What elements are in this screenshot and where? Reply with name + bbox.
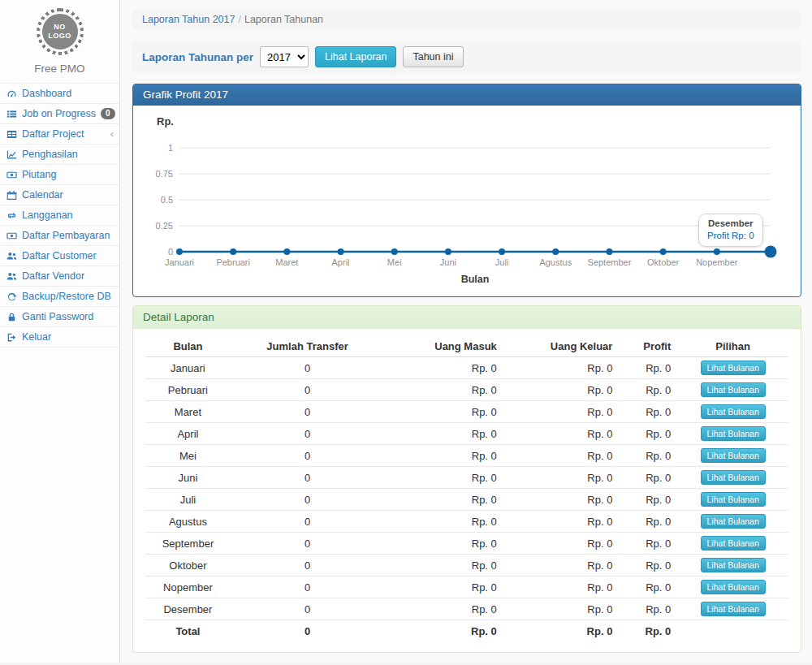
table-row: Maret0Rp. 0Rp. 0Rp. 0Lihat Bulanan: [145, 401, 788, 423]
chart-point[interactable]: [283, 248, 290, 255]
sidebar-item-dashboard[interactable]: Dashboard: [0, 84, 119, 104]
chart-point[interactable]: [606, 248, 612, 255]
chart-point[interactable]: [176, 248, 183, 255]
cell-jumlah-transfer: 0: [231, 620, 384, 641]
cell-jumlah-transfer: 0: [231, 598, 384, 620]
sign-out-icon: [6, 331, 17, 343]
cell-bulan: Juni: [145, 467, 231, 489]
lihat-bulanan-button[interactable]: Lihat Bulanan: [701, 382, 766, 397]
cell-bulan: Nopember: [145, 576, 231, 598]
cell-bulan: Mei: [145, 445, 231, 467]
cell-uang-masuk: Rp. 0: [384, 445, 503, 467]
lihat-bulanan-button[interactable]: Lihat Bulanan: [701, 361, 766, 375]
logo-text-line1: NO: [54, 23, 66, 32]
table-row: Mei0Rp. 0Rp. 0Rp. 0Lihat Bulanan: [145, 445, 788, 467]
table-row: Desember0Rp. 0Rp. 0Rp. 0Lihat Bulanan: [145, 598, 788, 620]
lihat-bulanan-button[interactable]: Lihat Bulanan: [701, 426, 766, 441]
sidebar-item-ganti-password[interactable]: Ganti Password: [0, 307, 119, 327]
sidebar-item-label: Piutang: [22, 168, 56, 181]
cell-bulan: Total: [145, 620, 231, 641]
cell-pilihan: Lihat Bulanan: [677, 511, 788, 533]
x-tick-label: Pebruari: [216, 257, 250, 267]
lihat-bulanan-button[interactable]: Lihat Bulanan: [701, 580, 766, 594]
sidebar-item-penghasilan[interactable]: Penghasilan: [0, 145, 119, 165]
cell-profit: Rp. 0: [619, 357, 677, 379]
cell-uang-masuk: Rp. 0: [384, 467, 503, 489]
sidebar-item-label: Keluar: [22, 330, 51, 343]
cell-jumlah-transfer: 0: [231, 423, 384, 445]
cell-bulan: September: [145, 533, 231, 555]
lihat-bulanan-button[interactable]: Lihat Bulanan: [701, 536, 766, 551]
cell-bulan: Desember: [145, 598, 231, 620]
year-select[interactable]: 2017: [260, 46, 309, 67]
sidebar-item-label: Penghasilan: [22, 148, 78, 161]
chart-point[interactable]: [445, 248, 451, 255]
sidebar-item-label: Backup/Restore DB: [22, 290, 111, 303]
sidebar-item-label: Calendar: [22, 188, 63, 201]
chart-point[interactable]: [714, 248, 720, 255]
lihat-bulanan-button[interactable]: Lihat Bulanan: [701, 404, 766, 419]
lihat-laporan-button[interactable]: Lihat Laporan: [315, 46, 396, 67]
cell-bulan: April: [145, 423, 231, 445]
cell-uang-keluar: Rp. 0: [503, 357, 620, 379]
chart-point[interactable]: [230, 248, 236, 255]
cell-pilihan: Lihat Bulanan: [677, 423, 788, 445]
cell-profit: Rp. 0: [619, 598, 677, 620]
cell-profit: Rp. 0: [619, 620, 677, 641]
sidebar-item-langganan[interactable]: Langganan: [0, 205, 119, 226]
sidebar-item-daftar-project[interactable]: Daftar Project‹: [0, 124, 119, 145]
cell-uang-keluar: Rp. 0: [503, 555, 620, 576]
cell-jumlah-transfer: 0: [231, 555, 384, 576]
y-tick-label: 0: [168, 247, 173, 257]
calendar-icon: [6, 189, 17, 201]
total-row: Total0Rp. 0Rp. 0Rp. 0: [145, 620, 788, 641]
cell-pilihan: Lihat Bulanan: [677, 489, 788, 511]
tahun-ini-button[interactable]: Tahun ini: [403, 46, 463, 67]
lihat-bulanan-button[interactable]: Lihat Bulanan: [701, 558, 766, 572]
chart-point[interactable]: [765, 246, 777, 258]
lihat-bulanan-button[interactable]: Lihat Bulanan: [701, 448, 766, 463]
cell-uang-masuk: Rp. 0: [384, 555, 503, 576]
x-tick-label: Juni: [440, 257, 456, 267]
chart-point[interactable]: [391, 248, 398, 255]
chart-point[interactable]: [338, 248, 344, 255]
sidebar-item-calendar[interactable]: Calendar: [0, 185, 119, 205]
cell-uang-masuk: Rp. 0: [384, 489, 503, 511]
table-row: Agustus0Rp. 0Rp. 0Rp. 0Lihat Bulanan: [145, 511, 788, 533]
cell-pilihan: Lihat Bulanan: [677, 401, 788, 423]
sidebar-item-daftar-vendor[interactable]: Daftar Vendor: [0, 266, 119, 287]
chart-point[interactable]: [660, 248, 667, 255]
chart-point[interactable]: [499, 248, 505, 255]
lihat-bulanan-button[interactable]: Lihat Bulanan: [701, 514, 766, 529]
column-header-uang-masuk: Uang Masuk: [384, 336, 503, 357]
column-header-uang-keluar: Uang Keluar: [503, 336, 620, 357]
sidebar-menu: DashboardJob on Progress0Daftar Project‹…: [0, 83, 119, 348]
detail-panel-body: BulanJumlah TransferUang MasukUang Kelua…: [133, 329, 801, 652]
sidebar-item-daftar-pembayaran[interactable]: Daftar Pembayaran: [0, 226, 119, 246]
x-tick-label: Agustus: [539, 257, 572, 267]
cell-jumlah-transfer: 0: [231, 511, 384, 533]
sidebar-item-job-on-progress[interactable]: Job on Progress0: [0, 104, 119, 124]
column-header-pilihan: Pilihan: [677, 336, 788, 357]
lihat-bulanan-button[interactable]: Lihat Bulanan: [701, 492, 766, 507]
table-row: September0Rp. 0Rp. 0Rp. 0Lihat Bulanan: [145, 533, 788, 555]
sidebar-item-backup-restore-db[interactable]: Backup/Restore DB: [0, 287, 119, 307]
cell-jumlah-transfer: 0: [231, 445, 384, 467]
sidebar-item-keluar[interactable]: Keluar: [0, 327, 119, 348]
sidebar-item-label: Ganti Password: [22, 310, 93, 323]
breadcrumb-link[interactable]: Laporan Tahun 2017: [142, 14, 235, 25]
cell-uang-keluar: Rp. 0: [503, 511, 620, 533]
lihat-bulanan-button[interactable]: Lihat Bulanan: [701, 602, 766, 616]
table-row: Oktober0Rp. 0Rp. 0Rp. 0Lihat Bulanan: [145, 555, 788, 576]
cell-profit: Rp. 0: [619, 533, 677, 555]
sidebar: NO LOGO Free PMO DashboardJob on Progres…: [0, 0, 120, 663]
sidebar-item-daftar-customer[interactable]: Daftar Customer: [0, 246, 119, 266]
cell-bulan: Oktober: [145, 555, 231, 576]
cell-jumlah-transfer: 0: [231, 357, 384, 379]
cell-profit: Rp. 0: [619, 379, 677, 401]
lihat-bulanan-button[interactable]: Lihat Bulanan: [701, 470, 766, 485]
cell-bulan: Maret: [145, 401, 231, 423]
sidebar-item-piutang[interactable]: Piutang: [0, 165, 119, 185]
cell-jumlah-transfer: 0: [231, 401, 384, 423]
chart-point[interactable]: [552, 248, 559, 255]
